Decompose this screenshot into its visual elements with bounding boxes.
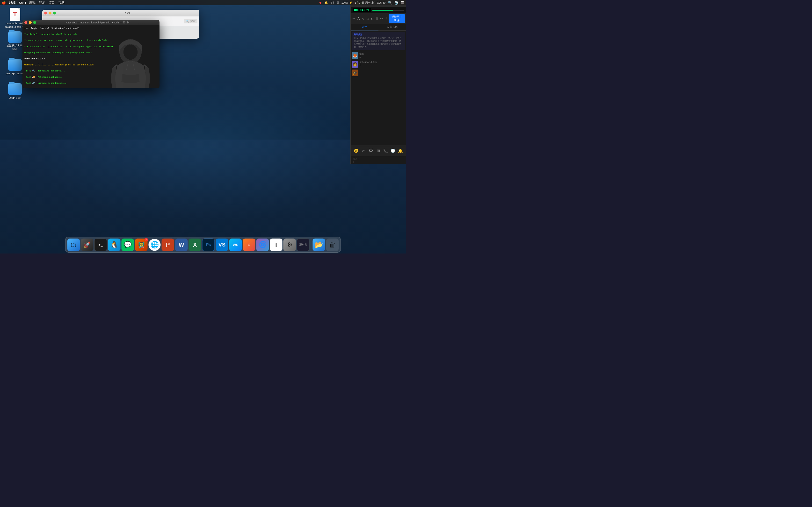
tencent-tab-discussion[interactable]: 讨论 [351, 24, 378, 31]
tencent-discussion-label: 讨论 [362, 25, 367, 28]
menubar-battery: 100% ⚡ [342, 1, 352, 4]
tencent-highlight-icon[interactable]: ◇ [370, 16, 374, 21]
dock-webstorm-icon: WS [233, 243, 238, 247]
dock-word[interactable]: W [175, 238, 188, 251]
terminal-body[interactable]: Last login: Mon Jul 27 09:04:47 on ttys0… [22, 25, 159, 88]
tencent-text-icon[interactable]: A [356, 16, 361, 21]
terminal-title: vueproject — node /usr/local/bin/yarn ad… [38, 21, 158, 24]
dock-textedit[interactable]: T [270, 238, 283, 251]
tencent-clock-icon[interactable]: 🕐 [390, 147, 396, 154]
finder-zoom-button[interactable] [53, 12, 56, 14]
tencent-partial-text: 继续... [353, 157, 359, 160]
menubar: 🍎 终端 Shell 编辑 显示 窗口 帮助 ⏺ 🔔 9字 S 100% ⚡ 1… [0, 0, 406, 5]
terminal-line-3: The default interactive shell is now zsh… [24, 33, 158, 36]
dock-chrome-icon: 🌐 [150, 241, 159, 249]
dock-wechat[interactable]: 💬 [121, 238, 134, 251]
tencent-members-label: 成员 [387, 25, 392, 28]
chat-messages: 🦊 范恒 1 🧑 信科11702-马致力 1 🎓 [351, 51, 406, 145]
desktop-icon-vue-api[interactable]: vue_api_server [5, 59, 24, 75]
dock-trash[interactable]: 🗑 [326, 238, 339, 251]
finder-close-button[interactable] [44, 12, 47, 14]
tencent-pen-icon[interactable]: ✏ [352, 16, 356, 21]
tencent-icons-toolbar: ✏ A ○ □ ◇ 🗑 ↩ ⋮ 邀请学生听课 [351, 13, 406, 24]
tencent-rect-icon[interactable]: □ [365, 16, 370, 21]
tencent-more-icon[interactable]: ⋮ [384, 16, 388, 21]
timer-bar: 00:04:39 [351, 7, 406, 13]
finder-search[interactable]: 🔍 搜索 [184, 19, 197, 23]
dock-teacher-assist[interactable]: 👨‍🏫 1 [135, 238, 148, 251]
terminal-minimize-button[interactable] [29, 21, 32, 24]
tencent-partial-text-2: B [353, 161, 404, 163]
desktop-icon-wuhan[interactable]: 武汉纺织大学-实训 [5, 32, 24, 51]
terminal-close-button[interactable] [24, 21, 27, 24]
tencent-member-count: (29) [393, 25, 398, 28]
chat-content-1: 范恒 1 [359, 52, 364, 58]
chat-name-2: 信科11702-马致力 [359, 61, 377, 64]
menubar-help[interactable]: 帮助 [58, 0, 64, 5]
txt-file-label: mongodb-mkdirdatadb...bash.md [5, 22, 26, 29]
menubar-menu-icon[interactable]: ☰ [401, 1, 404, 5]
tencent-image-icon[interactable]: 🖼 [367, 147, 374, 154]
tencent-grid-icon[interactable]: ⊞ [375, 147, 382, 154]
tencent-emoji-icon[interactable]: 😊 [353, 147, 360, 154]
dock-sysprefs[interactable]: ⚙ [284, 238, 296, 251]
folder-vueproject-label: vueproject [9, 96, 21, 99]
tencent-bottom-icons: 😊 ✂ 🖼 ⊞ 📞 🕐 🔔 [352, 146, 405, 155]
dock-finder[interactable]: 🗂 [67, 238, 80, 251]
terminal-zoom-button[interactable] [33, 21, 36, 24]
menubar-shell[interactable]: Shell [19, 1, 26, 5]
dock-browser-purple[interactable]: 🌀 [256, 238, 269, 251]
dock-qq-icon: 🐧 [110, 241, 118, 249]
folder-wuhan-icon [8, 32, 22, 43]
tencent-scissors-icon[interactable]: ✂ [360, 147, 367, 154]
menubar-search-icon[interactable]: 🔍 [388, 1, 392, 5]
tencent-phone-icon[interactable]: 📞 [382, 147, 389, 154]
dock-qq[interactable]: 🐧 [108, 238, 120, 251]
tencent-tab-members[interactable]: 成员 (29) [378, 24, 406, 31]
menubar-left: 🍎 终端 Shell 编辑 显示 窗口 帮助 [2, 0, 64, 5]
menubar-app-name[interactable]: 终端 [9, 0, 15, 5]
desktop: 🍎 终端 Shell 编辑 显示 窗口 帮助 ⏺ 🔔 9字 S 100% ⚡ 1… [0, 0, 406, 253]
menubar-view[interactable]: 显示 [39, 0, 45, 5]
timer-display: 00:04:39 [353, 8, 371, 12]
dock-photoshop[interactable]: Ps [202, 238, 215, 251]
dock-yuanshidai[interactable]: 源时代 [297, 238, 310, 251]
tencent-bell2-icon[interactable]: 🔔 [397, 147, 404, 154]
finder-search-placeholder: 搜索 [190, 19, 196, 23]
menubar-window[interactable]: 窗口 [49, 0, 55, 5]
tencent-invite-button[interactable]: 邀请学生听课 [389, 14, 405, 23]
dock-finder-icon: 🗂 [70, 241, 77, 249]
chat-message-1: 🦊 范恒 1 [352, 52, 405, 59]
dock-excel[interactable]: X [189, 238, 201, 251]
chat-message-3: 🎓 [352, 69, 405, 76]
txt-file-icon: T [10, 8, 20, 21]
dock-teacher-assist-icon: 👨‍🏫 [138, 242, 145, 248]
folder-wuhan-label: 武汉纺织大学-实训 [5, 44, 24, 51]
dock-finder-files-icon: 📂 [315, 241, 323, 249]
dock-vscode[interactable]: VS [216, 238, 229, 251]
dock-powerpoint[interactable]: P [162, 238, 174, 251]
finder-titlebar: 7-24 [42, 10, 199, 16]
desktop-icon-txt[interactable]: T mongodb-mkdirdatadb...bash.md [5, 8, 24, 29]
dock-finder-files[interactable]: 📂 [313, 238, 325, 251]
terminal-titlebar: vueproject — node /usr/local/bin/yarn ad… [22, 20, 159, 25]
dock-launchpad[interactable]: 🚀 [81, 238, 94, 251]
terminal-window[interactable]: vueproject — node /usr/local/bin/yarn ad… [22, 20, 159, 88]
tencent-eraser-icon[interactable]: 🗑 [374, 16, 379, 21]
menubar-right: ⏺ 🔔 9字 S 100% ⚡ 1月27日 周一 上午9:05:30 🔍 📡 ☰ [319, 1, 404, 5]
dock-chrome[interactable]: 🌐 [149, 239, 161, 251]
menubar-datetime: 1月27日 周一 上午9:05:30 [355, 1, 386, 5]
dock-webstorm[interactable]: WS [230, 238, 242, 251]
tencent-undo-icon[interactable]: ↩ [379, 16, 384, 21]
desktop-icon-vueproject[interactable]: vueproject [5, 83, 24, 99]
menubar-cast-icon[interactable]: 📡 [394, 1, 399, 5]
dock-terminal[interactable]: >_ [95, 238, 107, 251]
apple-menu[interactable]: 🍎 [2, 1, 6, 5]
dock-intellij[interactable]: IJ [243, 238, 255, 251]
menubar-edit[interactable]: 编辑 [29, 0, 36, 5]
finder-minimize-button[interactable] [49, 12, 51, 14]
dock-word-icon: W [179, 241, 184, 248]
tencent-circle-icon[interactable]: ○ [361, 16, 365, 21]
dock-vscode-icon: VS [218, 242, 225, 248]
finder-search-icon: 🔍 [186, 19, 189, 23]
